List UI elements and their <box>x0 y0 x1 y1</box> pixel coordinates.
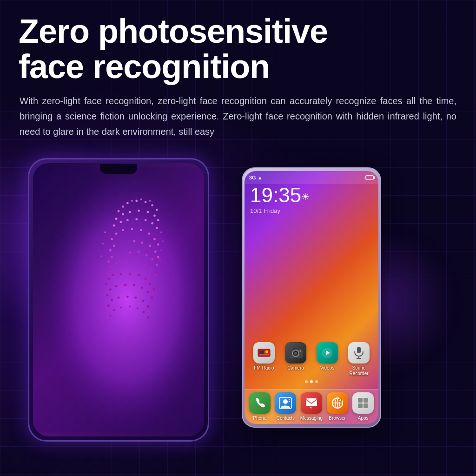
svg-point-33 <box>141 242 143 244</box>
svg-point-35 <box>154 251 157 253</box>
svg-point-2 <box>135 200 138 202</box>
svg-point-71 <box>118 297 120 299</box>
svg-point-52 <box>105 283 107 285</box>
svg-point-68 <box>151 297 153 299</box>
svg-point-69 <box>107 304 110 307</box>
phone-left-frame: /* dots generated programmatically below… <box>28 158 209 442</box>
svg-point-80 <box>137 308 139 310</box>
svg-point-92 <box>159 258 161 260</box>
headline-line2: face recognition <box>19 48 270 85</box>
svg-point-50 <box>150 269 152 271</box>
svg-rect-101 <box>293 348 297 350</box>
svg-point-10 <box>129 211 131 213</box>
svg-point-5 <box>156 209 158 211</box>
svg-point-86 <box>104 231 106 233</box>
svg-point-64 <box>124 284 126 286</box>
svg-point-109 <box>283 399 288 404</box>
dock-phone[interactable]: Phone <box>247 392 273 421</box>
dock-browser[interactable]: Browser <box>324 392 350 421</box>
fm-radio-label: FM Radio <box>254 365 274 371</box>
headline: Zero photosensitive face recognition <box>19 14 457 84</box>
svg-point-27 <box>148 232 150 235</box>
svg-point-32 <box>133 240 135 243</box>
svg-point-56 <box>129 273 131 276</box>
svg-point-65 <box>133 284 135 286</box>
svg-rect-124 <box>364 403 368 408</box>
dot-3 <box>315 380 318 383</box>
svg-point-77 <box>113 310 115 311</box>
phones-display: /* dots generated programmatically below… <box>19 153 457 446</box>
dock-apps[interactable]: Apps <box>350 392 376 421</box>
svg-point-58 <box>145 278 147 280</box>
contacts-icon <box>275 392 296 414</box>
svg-point-70 <box>111 299 113 301</box>
svg-point-85 <box>149 200 151 202</box>
svg-point-73 <box>134 297 137 299</box>
svg-point-62 <box>109 288 112 291</box>
svg-point-11 <box>138 210 140 212</box>
svg-point-75 <box>147 305 149 308</box>
svg-point-84 <box>140 198 142 200</box>
svg-point-49 <box>144 264 146 266</box>
app-fm-radio[interactable]: FM Radio <box>250 342 278 377</box>
svg-point-12 <box>147 211 149 213</box>
app-camera[interactable]: Camera <box>282 342 310 377</box>
svg-point-44 <box>106 272 108 274</box>
videos-icon <box>317 342 338 364</box>
svg-point-76 <box>110 315 112 317</box>
network-indicator: 3G ▲ <box>249 175 263 180</box>
svg-rect-94 <box>259 350 264 354</box>
browser-icon <box>327 392 348 414</box>
phone-label: Phone <box>253 416 266 421</box>
svg-rect-112 <box>306 398 317 406</box>
svg-point-3 <box>145 201 147 204</box>
svg-point-25 <box>131 228 133 231</box>
svg-point-13 <box>153 215 156 217</box>
messaging-icon <box>301 392 322 414</box>
app-videos[interactable]: Videos <box>313 342 341 377</box>
svg-point-21 <box>156 227 158 229</box>
weather-symbol: ☀ <box>301 192 310 202</box>
camera-icon <box>285 342 306 364</box>
svg-point-67 <box>147 291 149 293</box>
apps-area: FM Radio <box>245 342 378 387</box>
svg-point-78 <box>120 307 122 309</box>
phone-left-notch <box>100 164 137 174</box>
svg-point-9 <box>122 213 124 216</box>
app-sound-recorder[interactable]: Sound Recorder <box>345 342 373 377</box>
svg-point-22 <box>111 238 113 240</box>
svg-point-88 <box>100 255 102 257</box>
svg-point-37 <box>107 260 110 263</box>
svg-point-51 <box>154 274 157 277</box>
svg-point-15 <box>113 225 115 227</box>
svg-point-57 <box>138 274 140 277</box>
browser-label: Browser <box>329 416 346 421</box>
svg-point-28 <box>153 238 156 240</box>
dock-messaging[interactable]: Messaging <box>298 392 324 421</box>
clock-date: 10/1 Friday <box>250 207 310 214</box>
svg-point-100 <box>294 352 297 355</box>
svg-point-41 <box>145 254 148 256</box>
svg-point-43 <box>156 264 158 266</box>
svg-point-89 <box>160 231 162 233</box>
sound-recorder-label: Sound Recorder <box>345 365 373 377</box>
phone-icon <box>249 392 271 414</box>
svg-point-17 <box>126 219 129 221</box>
svg-point-91 <box>160 250 162 251</box>
svg-point-87 <box>102 243 104 245</box>
svg-rect-122 <box>364 398 368 403</box>
svg-point-20 <box>151 222 153 225</box>
svg-rect-123 <box>358 403 363 408</box>
svg-point-23 <box>115 232 118 235</box>
svg-marker-113 <box>310 407 311 409</box>
headline-line1: Zero photosensitive <box>19 13 328 50</box>
svg-point-47 <box>126 261 129 264</box>
fm-radio-icon <box>253 342 275 364</box>
svg-point-19 <box>145 219 147 221</box>
svg-point-54 <box>112 274 114 277</box>
svg-point-66 <box>141 287 143 289</box>
svg-point-102 <box>300 350 301 352</box>
svg-point-82 <box>147 317 149 318</box>
svg-point-61 <box>106 294 108 297</box>
dock-contacts[interactable]: Contacts <box>273 392 299 421</box>
